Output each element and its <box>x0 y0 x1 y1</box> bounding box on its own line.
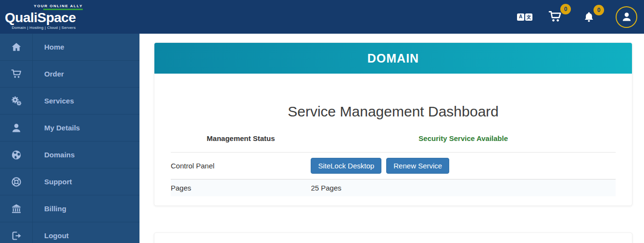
renew-service-button[interactable]: Renew Service <box>386 158 449 174</box>
bank-icon <box>0 195 33 222</box>
domain-banner: DOMAIN <box>154 43 632 74</box>
notification-badge: 0 <box>593 5 604 15</box>
sidebar-item-services[interactable]: Services <box>0 88 139 115</box>
sidebar-item-order[interactable]: Order <box>0 61 139 88</box>
header-management-status: Management Status <box>171 127 311 153</box>
sidebar-item-label: Logout <box>33 222 69 243</box>
sidebar-item-billing[interactable]: Billing <box>0 195 139 222</box>
sidebar-item-home[interactable]: Home <box>0 34 139 61</box>
sidebar-item-support[interactable]: Support <box>0 168 139 195</box>
sidebar-item-domains[interactable]: Domains <box>0 141 139 168</box>
sidebar: Home Order <box>0 34 139 243</box>
logo-tagline-top: YOUR ONLINE ALLY <box>5 4 83 8</box>
user-menu-button[interactable] <box>616 6 637 28</box>
sidebar-item-my-details[interactable]: My Details <box>0 115 139 141</box>
table-row-pages: Pages 25 Pages <box>171 179 616 197</box>
main-content: DOMAIN Service Management Dashboard Mana… <box>139 34 644 243</box>
pages-value: 25 Pages <box>311 179 616 197</box>
brand-logo[interactable]: YOUR ONLINE ALLY QualiSpace Domain | Hos… <box>5 4 83 30</box>
sidebar-item-logout[interactable]: Logout <box>0 222 139 243</box>
pages-label: Pages <box>171 179 311 197</box>
control-panel-label: Control Panel <box>171 153 311 179</box>
table-row-control-panel: Control Panel SiteLock Desktop Renew Ser… <box>171 153 616 179</box>
sidebar-item-label: Billing <box>33 195 66 222</box>
next-section-card <box>154 232 632 243</box>
cart-button[interactable]: 0 <box>548 8 567 26</box>
bell-icon <box>582 11 595 24</box>
domain-banner-title: DOMAIN <box>367 51 419 65</box>
cart-badge: 0 <box>560 4 571 14</box>
sign-out-icon <box>0 222 33 243</box>
gears-icon <box>0 88 33 114</box>
user-avatar-icon <box>621 11 632 23</box>
dashboard-title: Service Management Dashboard <box>171 102 616 121</box>
topbar: YOUR ONLINE ALLY QualiSpace Domain | Hos… <box>0 0 644 34</box>
sidebar-item-label: Services <box>33 88 74 114</box>
sidebar-item-label: Home <box>33 34 64 60</box>
translate-latin-square: A <box>517 13 524 21</box>
logo-brand-text: QualiSpace <box>5 11 83 25</box>
sitelock-desktop-button[interactable]: SiteLock Desktop <box>311 158 381 174</box>
user-icon <box>0 115 33 141</box>
cart-icon <box>0 61 33 87</box>
life-ring-icon <box>0 168 33 195</box>
sidebar-item-label: My Details <box>33 115 80 141</box>
notifications-button[interactable]: 0 <box>582 9 600 26</box>
home-icon <box>0 34 33 60</box>
translate-cjk-square <box>525 13 532 21</box>
sidebar-item-label: Support <box>33 168 72 195</box>
header-security-service: Security Service Available <box>311 127 616 153</box>
sidebar-item-label: Order <box>33 61 64 87</box>
service-status-table: Management Status Security Service Avail… <box>171 127 616 196</box>
logo-tagline-bottom: Domain | Hosting | Cloud | Servers <box>5 26 83 30</box>
cart-icon <box>548 10 562 24</box>
globe-icon <box>0 141 33 168</box>
topbar-actions: A 0 0 <box>517 6 637 28</box>
sidebar-item-label: Domains <box>33 141 75 168</box>
domain-card: DOMAIN Service Management Dashboard Mana… <box>154 42 632 206</box>
translate-icon[interactable]: A <box>517 13 532 21</box>
